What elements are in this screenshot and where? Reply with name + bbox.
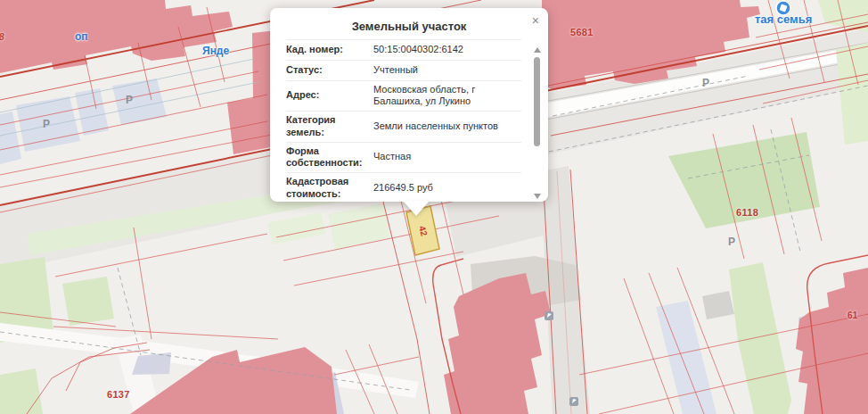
info-row-ownership: Форма собственности: Частная <box>286 143 521 174</box>
info-value: Частная <box>372 151 521 163</box>
cadastral-map-screen: 42 5681 6118 6137 61 8 тая семья Янде оп… <box>0 0 868 414</box>
entrance-icon <box>569 397 578 406</box>
info-label: Кад. номер: <box>286 43 372 57</box>
store-poi-icon[interactable] <box>776 1 790 15</box>
info-value: 50:15:0040302:6142 <box>372 44 521 56</box>
info-value: Земли населенных пунктов <box>372 120 521 133</box>
info-label: Адрес: <box>286 89 372 102</box>
info-row-cadastral-value: Кадастровая стоимость: 216649.5 руб <box>286 173 521 198</box>
popup-scrollbar[interactable] <box>533 47 542 199</box>
scroll-down-icon[interactable] <box>534 194 541 199</box>
popup-body: Кад. номер: 50:15:0040302:6142 Статус: У… <box>286 39 521 198</box>
info-label: Статус: <box>286 63 372 78</box>
entrance-icon <box>545 311 553 320</box>
info-row-address: Адрес: Московская область, г Балашиха, у… <box>286 81 521 112</box>
info-row-cad-number: Кад. номер: 50:15:0040302:6142 <box>286 40 521 61</box>
info-label: Категория земель: <box>286 114 372 139</box>
info-row-land-category: Категория земель: Земли населенных пункт… <box>286 112 521 143</box>
scroll-up-icon[interactable] <box>534 47 541 53</box>
parcel-info-popup: Земельный участок × Кад. номер: 50:15:00… <box>270 8 548 202</box>
info-value: 216649.5 руб <box>372 182 521 195</box>
scrollbar-thumb[interactable] <box>534 57 540 146</box>
info-label: Кадастровая стоимость: <box>286 176 372 198</box>
info-row-status: Статус: Учтенный <box>286 61 521 81</box>
info-value: Учтенный <box>372 64 521 77</box>
info-label: Форма собственности: <box>286 145 372 170</box>
popup-title: Земельный участок <box>270 8 548 39</box>
info-value: Московская область, г Балашиха, ул Лукин… <box>372 84 521 109</box>
close-icon[interactable]: × <box>532 14 539 27</box>
popup-tail <box>403 201 430 216</box>
